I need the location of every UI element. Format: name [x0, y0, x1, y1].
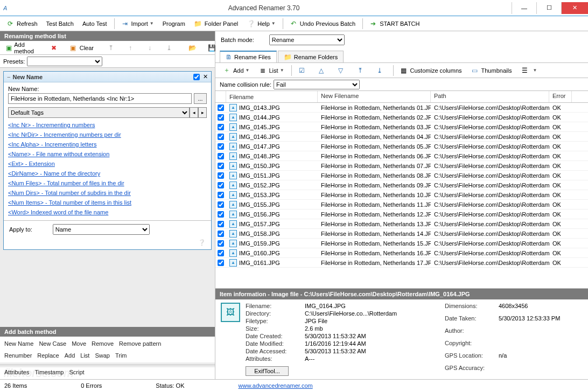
window-maximize-button[interactable]: ☐ [536, 2, 561, 14]
batch-method-item[interactable]: Trim [115, 352, 127, 359]
tag-link[interactable]: <Num Items> - Total number of items in t… [8, 198, 207, 207]
table-row[interactable]: ▲IMG_0147.JPGFileHorse in Rottedam, Neth… [215, 142, 588, 151]
batch-mode-select[interactable]: Rename [269, 34, 345, 45]
table-row[interactable]: ▲IMG_0156.JPGFileHorse in Rottedam, Neth… [215, 210, 588, 219]
col-filename[interactable]: Filename [226, 91, 318, 102]
row-checkbox[interactable] [218, 143, 224, 150]
move-bottom-button[interactable]: ⤓ [161, 42, 179, 54]
folder-panel-button[interactable]: 📁Folder Panel [190, 18, 242, 30]
batch-method-item[interactable]: Swap [95, 352, 110, 359]
tag-link[interactable]: <Num Dirs> - Total number of subdirs in … [8, 188, 207, 198]
row-checkbox[interactable] [218, 172, 224, 179]
table-row[interactable]: ▲IMG_0161.JPGFileHorse in Rottedam, Neth… [215, 258, 588, 268]
table-row[interactable]: ▲IMG_0160.JPGFileHorse in Rottedam, Neth… [215, 248, 588, 258]
tag-prev-button[interactable]: ◂ [190, 107, 198, 118]
batch-method-item[interactable]: Move [72, 340, 86, 347]
check-all-button[interactable]: ☑ [294, 65, 312, 76]
table-row[interactable]: ▲IMG_0150.JPGFileHorse in Rottedam, Neth… [215, 161, 588, 171]
exiftool-button[interactable]: ExifTool... [246, 366, 289, 376]
tab-rename-folders[interactable]: 📁Rename Folders [278, 51, 344, 62]
program-button[interactable]: Program [159, 19, 189, 29]
tab-rename-files[interactable]: 🗎Rename Files [220, 51, 277, 62]
row-checkbox[interactable] [218, 260, 224, 266]
add-files-button[interactable]: ＋Add▼ [219, 65, 254, 76]
tag-link[interactable]: <Ext> - Extension [8, 159, 207, 169]
refresh-button[interactable]: ⟳Refresh [2, 18, 41, 30]
tag-group-select[interactable]: Default Tags [8, 107, 190, 118]
table-row[interactable]: ▲IMG_0157.JPGFileHorse in Rottedam, Neth… [215, 219, 588, 229]
collapse-icon[interactable]: − [7, 74, 10, 80]
delete-method-button[interactable]: ✖ [46, 42, 64, 54]
clear-button[interactable]: ▣Clear [65, 42, 97, 54]
table-row[interactable]: ▲IMG_0158.JPGFileHorse in Rottedam, Neth… [215, 229, 588, 239]
table-row[interactable]: ▲IMG_0151.JPGFileHorse in Rottedam, Neth… [215, 171, 588, 180]
window-minimize-button[interactable]: — [512, 2, 536, 14]
row-checkbox[interactable] [218, 192, 224, 198]
move-top-button[interactable]: ⤒ [103, 42, 121, 54]
row-checkbox[interactable] [218, 134, 224, 140]
row-checkbox[interactable] [218, 163, 224, 169]
table-row[interactable]: ▲IMG_0155.JPGFileHorse in Rottedam, Neth… [215, 200, 588, 210]
customize-columns-button[interactable]: ▦Customize columns [396, 65, 466, 76]
row-checkbox[interactable] [218, 104, 224, 111]
batch-method-item[interactable]: New Case [39, 340, 66, 347]
table-row[interactable]: ▲IMG_0152.JPGFileHorse in Rottedam, Neth… [215, 180, 588, 190]
col-error[interactable]: Error [549, 91, 572, 102]
open-button[interactable]: 📂 [185, 42, 203, 54]
row-checkbox[interactable] [218, 221, 224, 227]
col-path[interactable]: Path [431, 91, 549, 102]
row-checkbox[interactable] [218, 153, 224, 159]
add-method-button[interactable]: ▣Add method [2, 40, 40, 56]
import-button[interactable]: ⇥Import▼ [117, 18, 158, 30]
test-batch-button[interactable]: Test Batch [43, 19, 78, 29]
sort-asc-button[interactable]: △ [313, 65, 332, 76]
table-row[interactable]: ▲IMG_0144.JPGFileHorse in Rottedam, Neth… [215, 113, 588, 122]
batch-method-item[interactable]: New Name [4, 340, 33, 347]
table-row[interactable]: ▲IMG_0145.JPGFileHorse in Rottedam, Neth… [215, 122, 588, 132]
row-checkbox[interactable] [218, 124, 224, 130]
row-checkbox[interactable] [218, 240, 224, 247]
tag-link[interactable]: <DirName> - Name of the directory [8, 169, 207, 178]
move-top-button[interactable]: ⤒ [352, 65, 370, 76]
batch-method-item[interactable]: Add [65, 352, 75, 359]
new-name-input[interactable] [8, 93, 192, 104]
batch-method-item[interactable]: Renumber [4, 352, 32, 359]
tag-link[interactable]: <Inc Nr> - Incrementing numbers [8, 120, 207, 130]
help-icon[interactable]: ❔ [198, 239, 206, 246]
method-close-button[interactable]: ✕ [203, 73, 208, 80]
row-checkbox[interactable] [218, 114, 224, 121]
row-checkbox[interactable] [218, 231, 224, 237]
collision-select[interactable]: Fail [274, 80, 360, 89]
row-checkbox[interactable] [218, 201, 224, 208]
tag-link[interactable]: <Num Files> - Total number of files in t… [8, 178, 207, 188]
table-row[interactable]: ▲IMG_0159.JPGFileHorse in Rottedam, Neth… [215, 239, 588, 248]
tag-link[interactable]: <Word> Indexed word of the file name [8, 207, 207, 217]
list-button[interactable]: ≣List▼ [255, 65, 288, 76]
move-bottom-button[interactable]: ⤓ [372, 65, 390, 76]
table-row[interactable]: ▲IMG_0153.JPGFileHorse in Rottedam, Neth… [215, 190, 588, 200]
auto-test-button[interactable]: Auto Test [79, 19, 111, 29]
batch-method-item[interactable]: List [80, 352, 89, 359]
move-down-button[interactable]: ↓ [142, 42, 160, 54]
table-row[interactable]: ▲IMG_0143.JPGFileHorse in Rottedam, Neth… [215, 103, 588, 113]
batch-method-item[interactable]: Remove [92, 340, 114, 347]
tag-link[interactable]: <Inc Alpha> - Incrementing letters [8, 139, 207, 149]
window-close-button[interactable]: ✕ [561, 2, 588, 14]
tag-link[interactable]: <Name> - File name without extension [8, 149, 207, 159]
row-checkbox[interactable] [218, 182, 224, 188]
table-row[interactable]: ▲IMG_0146.JPGFileHorse in Rottedam, Neth… [215, 132, 588, 142]
table-row[interactable]: ▲IMG_0148.JPGFileHorse in Rottedam, Neth… [215, 151, 588, 161]
status-url[interactable]: www.advancedrenamer.com [239, 382, 313, 389]
tag-next-button[interactable]: ▸ [198, 107, 207, 118]
start-batch-button[interactable]: ➔START BATCH [365, 18, 423, 30]
thumbnails-button[interactable]: ▭Thumbnails [467, 65, 516, 76]
batch-method-item[interactable]: Remove pattern [119, 340, 161, 347]
browse-button[interactable]: ... [194, 93, 207, 104]
sort-desc-button[interactable]: ▽ [333, 65, 351, 76]
batch-method-item[interactable]: Replace [37, 352, 59, 359]
apply-to-select[interactable]: Name [53, 224, 150, 235]
method-enabled-checkbox[interactable] [193, 74, 200, 80]
row-checkbox[interactable] [218, 211, 224, 218]
move-up-button[interactable]: ↑ [122, 42, 141, 54]
undo-button[interactable]: ↶Undo Previous Batch [285, 18, 359, 30]
